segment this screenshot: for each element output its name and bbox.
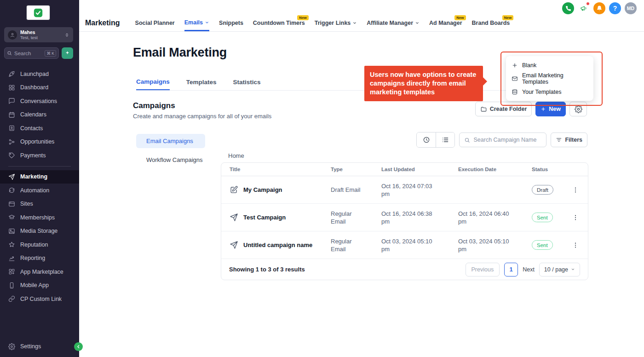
sidebar-item-label: Settings xyxy=(20,343,41,350)
tab-ad-manager[interactable]: Ad Manager New xyxy=(429,15,462,31)
campaign-search[interactable] xyxy=(459,132,546,147)
sidebar-item-cp-custom-link[interactable]: CP Custom Link xyxy=(0,292,79,306)
star-icon xyxy=(8,241,15,248)
sidebar-search[interactable]: ⌘ K xyxy=(4,47,59,59)
sidebar-item-media-storage[interactable]: Media Storage xyxy=(0,225,79,238)
menu-item-email-marketing-templates[interactable]: Email Marketing Templates xyxy=(506,72,593,85)
sidebar-item-automation[interactable]: Automation xyxy=(0,184,79,197)
account-name: Mahes xyxy=(20,29,38,35)
table-header: Title Type Last Updated Execution Date S… xyxy=(221,163,588,176)
breadcrumb: Home xyxy=(228,152,244,159)
sidebar-item-label: CP Custom Link xyxy=(20,296,62,302)
id-card-icon xyxy=(8,125,15,132)
chat-bubble-icon xyxy=(8,98,15,104)
top-nav-title: Marketing xyxy=(85,19,120,27)
sidebar-item-memberships[interactable]: Memberships xyxy=(0,211,79,225)
sidebar-collapse-button[interactable] xyxy=(74,342,83,351)
sidebar-item-app-marketplace[interactable]: App Marketplace xyxy=(0,265,79,279)
notifications-button[interactable] xyxy=(593,2,605,14)
bell-icon xyxy=(596,5,603,12)
campaign-search-input[interactable] xyxy=(473,137,541,143)
campaign-execution-date: Oct 03, 2024 05:10 pm xyxy=(458,237,516,253)
sidebar-item-conversations[interactable]: Conversations xyxy=(0,94,79,108)
current-page-button[interactable]: 1 xyxy=(504,263,518,276)
filters-button[interactable]: Filters xyxy=(551,132,587,147)
tab-social-planner[interactable]: Social Planner xyxy=(135,15,175,31)
tab-statistics[interactable]: Statistics xyxy=(233,74,261,90)
sidebar-item-mobile-app[interactable]: Mobile App xyxy=(0,279,79,293)
page-size-select[interactable]: 10 / page xyxy=(539,263,580,276)
sidebar-item-launchpad[interactable]: Launchpad xyxy=(0,67,79,81)
sidebar-search-input[interactable] xyxy=(14,51,42,56)
nav-email-campaigns[interactable]: Email Campaigns xyxy=(136,134,205,148)
apps-icon xyxy=(8,268,15,275)
main-content: Email Marketing Campaigns Templates Stat… xyxy=(79,32,644,357)
sidebar-item-label: App Marketplace xyxy=(20,269,63,275)
nav-workflow-campaigns[interactable]: Workflow Campaigns xyxy=(136,153,205,167)
ai-assistant-button[interactable] xyxy=(62,47,73,59)
campaign-type: Regular Email xyxy=(331,237,368,253)
tab-countdown-timers[interactable]: Countdown Timers New xyxy=(253,15,305,31)
campaign-settings-button[interactable] xyxy=(569,102,587,116)
menu-item-your-templates[interactable]: Your Templates xyxy=(506,85,593,98)
table-row[interactable]: Untitled campaign name Regular Email Oct… xyxy=(221,231,588,259)
campaigns-table: Title Type Last Updated Execution Date S… xyxy=(221,162,588,280)
create-folder-button[interactable]: Create Folder xyxy=(475,102,532,116)
sidebar-item-reputation[interactable]: Reputation xyxy=(0,238,79,252)
search-icon xyxy=(7,51,12,56)
check-logo-icon xyxy=(33,8,43,18)
next-page-button[interactable]: Next xyxy=(523,266,535,273)
previous-page-button[interactable]: Previous xyxy=(466,263,500,276)
sidebar: Mahes Test, test ⌘ K Launchpad xyxy=(0,0,79,357)
phone-button[interactable] xyxy=(562,2,574,14)
sidebar-item-dashboard[interactable]: Dashboard xyxy=(0,81,79,95)
new-campaign-button[interactable]: New xyxy=(535,102,566,116)
table-row[interactable]: My Campaign Draft Email Oct 16, 2024 07:… xyxy=(221,176,588,204)
sidebar-item-marketing[interactable]: Marketing xyxy=(0,170,79,184)
rocket-icon xyxy=(8,70,15,77)
folder-icon xyxy=(480,106,487,113)
phone-icon xyxy=(565,6,571,12)
sidebar-item-opportunities[interactable]: Opportunities xyxy=(0,135,79,149)
sidebar-item-contacts[interactable]: Contacts xyxy=(0,121,79,135)
browser-icon xyxy=(8,201,15,207)
tab-campaigns[interactable]: Campaigns xyxy=(136,74,170,90)
results-summary: Showing 1 to 3 of 3 results xyxy=(229,266,305,273)
sidebar-item-label: Automation xyxy=(20,187,49,194)
list-icon xyxy=(442,136,449,144)
row-menu-button[interactable] xyxy=(569,239,581,251)
sidebar-item-payments[interactable]: Payments xyxy=(0,149,79,162)
menu-item-blank[interactable]: Blank xyxy=(506,58,593,72)
top-nav: Marketing Social Planner Emails Snippets… xyxy=(79,0,644,32)
account-switcher[interactable]: Mahes Test, test xyxy=(4,27,73,42)
clock-icon xyxy=(423,136,430,144)
tab-affiliate-manager[interactable]: Affiliate Manager xyxy=(367,15,420,31)
plus-icon xyxy=(512,62,518,69)
sidebar-item-label: Payments xyxy=(20,152,46,159)
question-mark-icon: ? xyxy=(613,5,617,12)
sidebar-item-label: Media Storage xyxy=(20,228,58,234)
tab-brand-boards[interactable]: Brand Boards New xyxy=(472,15,510,31)
tab-emails[interactable]: Emails xyxy=(184,15,209,31)
user-avatar[interactable]: MD xyxy=(625,2,637,14)
announcements-button[interactable] xyxy=(578,2,590,14)
page-title: Email Marketing xyxy=(133,46,227,60)
filter-icon xyxy=(556,137,562,143)
sidebar-item-calendars[interactable]: Calendars xyxy=(0,108,79,122)
history-view-button[interactable] xyxy=(417,132,436,147)
table-row[interactable]: Test Campaign Regular Email Oct 16, 2024… xyxy=(221,204,588,231)
tab-templates[interactable]: Templates xyxy=(186,74,217,90)
row-menu-button[interactable] xyxy=(569,184,581,196)
sidebar-item-settings[interactable]: Settings xyxy=(0,340,79,354)
sidebar-item-reporting[interactable]: Reporting xyxy=(0,252,79,265)
row-menu-button[interactable] xyxy=(569,212,581,224)
tab-snippets[interactable]: Snippets xyxy=(219,15,243,31)
tab-trigger-links[interactable]: Trigger Links xyxy=(315,15,357,31)
sidebar-item-sites[interactable]: Sites xyxy=(0,197,79,211)
tag-icon xyxy=(8,152,15,159)
app-window: Mahes Test, test ⌘ K Launchpad xyxy=(0,0,644,357)
campaign-title: My Campaign xyxy=(243,186,282,193)
list-view-button[interactable] xyxy=(436,132,454,147)
chevron-down-icon xyxy=(571,267,575,271)
help-button[interactable]: ? xyxy=(609,2,621,14)
